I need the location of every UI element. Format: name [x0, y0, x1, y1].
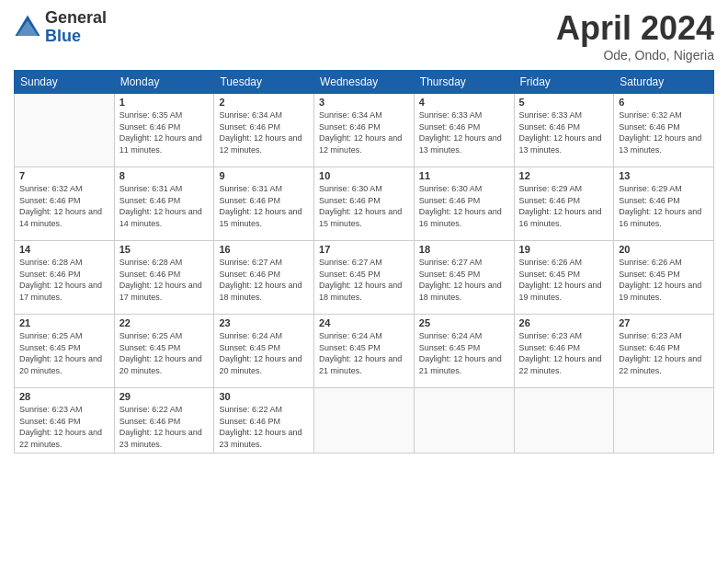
day-info: Sunrise: 6:32 AM Sunset: 6:46 PM Dayligh… [19, 183, 109, 229]
day-number: 18 [419, 244, 509, 255]
day-info: Sunrise: 6:26 AM Sunset: 6:45 PM Dayligh… [519, 257, 609, 303]
day-info: Sunrise: 6:23 AM Sunset: 6:46 PM Dayligh… [619, 330, 709, 376]
day-number: 17 [319, 244, 409, 255]
day-number: 4 [419, 97, 509, 108]
day-number: 9 [219, 170, 309, 181]
day-number: 8 [119, 170, 210, 181]
day-info: Sunrise: 6:32 AM Sunset: 6:46 PM Dayligh… [619, 109, 709, 155]
day-info: Sunrise: 6:27 AM Sunset: 6:45 PM Dayligh… [319, 257, 409, 303]
day-info: Sunrise: 6:26 AM Sunset: 6:45 PM Dayligh… [619, 257, 709, 303]
logo-icon [14, 14, 41, 41]
month-title: April 2024 [556, 9, 714, 48]
table-row: 19 Sunrise: 6:26 AM Sunset: 6:45 PM Dayl… [514, 241, 614, 315]
table-row: 4 Sunrise: 6:33 AM Sunset: 6:46 PM Dayli… [414, 94, 514, 167]
day-number: 13 [619, 170, 709, 181]
table-row: 12 Sunrise: 6:29 AM Sunset: 6:46 PM Dayl… [514, 167, 614, 241]
col-thursday: Thursday [414, 71, 514, 94]
day-number: 2 [219, 97, 309, 108]
day-number: 11 [419, 170, 509, 181]
day-number: 7 [19, 170, 109, 181]
table-row [15, 94, 115, 167]
day-number: 23 [219, 317, 309, 328]
day-number: 21 [19, 317, 109, 328]
table-row: 27 Sunrise: 6:23 AM Sunset: 6:46 PM Dayl… [614, 315, 714, 388]
calendar: Sunday Monday Tuesday Wednesday Thursday… [14, 70, 714, 454]
day-number: 5 [519, 97, 609, 108]
logo-text: General Blue [45, 9, 107, 46]
day-info: Sunrise: 6:31 AM Sunset: 6:46 PM Dayligh… [219, 183, 309, 229]
table-row: 16 Sunrise: 6:27 AM Sunset: 6:46 PM Dayl… [214, 241, 314, 315]
table-row: 20 Sunrise: 6:26 AM Sunset: 6:45 PM Dayl… [614, 241, 714, 315]
table-row: 25 Sunrise: 6:24 AM Sunset: 6:45 PM Dayl… [414, 315, 514, 388]
day-info: Sunrise: 6:30 AM Sunset: 6:46 PM Dayligh… [419, 183, 509, 229]
page: General Blue April 2024 Ode, Ondo, Niger… [0, 0, 728, 563]
table-row: 13 Sunrise: 6:29 AM Sunset: 6:46 PM Dayl… [614, 167, 714, 241]
table-row: 23 Sunrise: 6:24 AM Sunset: 6:45 PM Dayl… [214, 315, 314, 388]
day-info: Sunrise: 6:30 AM Sunset: 6:46 PM Dayligh… [319, 183, 409, 229]
day-info: Sunrise: 6:27 AM Sunset: 6:46 PM Dayligh… [219, 257, 309, 303]
day-number: 12 [519, 170, 609, 181]
day-number: 19 [519, 244, 609, 255]
col-monday: Monday [114, 71, 214, 94]
day-info: Sunrise: 6:24 AM Sunset: 6:45 PM Dayligh… [419, 330, 509, 376]
day-info: Sunrise: 6:22 AM Sunset: 6:46 PM Dayligh… [119, 404, 210, 450]
day-number: 25 [419, 317, 509, 328]
title-block: April 2024 Ode, Ondo, Nigeria [556, 9, 714, 63]
table-row: 9 Sunrise: 6:31 AM Sunset: 6:46 PM Dayli… [214, 167, 314, 241]
day-info: Sunrise: 6:29 AM Sunset: 6:46 PM Dayligh… [619, 183, 709, 229]
day-number: 14 [19, 244, 109, 255]
table-row [414, 388, 514, 454]
day-info: Sunrise: 6:25 AM Sunset: 6:45 PM Dayligh… [19, 330, 109, 376]
day-info: Sunrise: 6:33 AM Sunset: 6:46 PM Dayligh… [419, 109, 509, 155]
day-number: 29 [119, 391, 210, 402]
day-info: Sunrise: 6:34 AM Sunset: 6:46 PM Dayligh… [319, 109, 409, 155]
table-row: 28 Sunrise: 6:23 AM Sunset: 6:46 PM Dayl… [15, 388, 115, 454]
day-info: Sunrise: 6:28 AM Sunset: 6:46 PM Dayligh… [19, 257, 109, 303]
day-info: Sunrise: 6:24 AM Sunset: 6:45 PM Dayligh… [319, 330, 409, 376]
table-row: 21 Sunrise: 6:25 AM Sunset: 6:45 PM Dayl… [15, 315, 115, 388]
day-number: 24 [319, 317, 409, 328]
day-number: 28 [19, 391, 109, 402]
table-row: 10 Sunrise: 6:30 AM Sunset: 6:46 PM Dayl… [314, 167, 415, 241]
table-row: 7 Sunrise: 6:32 AM Sunset: 6:46 PM Dayli… [15, 167, 115, 241]
day-info: Sunrise: 6:28 AM Sunset: 6:46 PM Dayligh… [119, 257, 210, 303]
table-row [314, 388, 415, 454]
day-number: 20 [619, 244, 709, 255]
table-row: 29 Sunrise: 6:22 AM Sunset: 6:46 PM Dayl… [114, 388, 214, 454]
day-number: 6 [619, 97, 709, 108]
table-row [514, 388, 614, 454]
location: Ode, Ondo, Nigeria [556, 48, 714, 63]
table-row: 30 Sunrise: 6:22 AM Sunset: 6:46 PM Dayl… [214, 388, 314, 454]
day-info: Sunrise: 6:24 AM Sunset: 6:45 PM Dayligh… [219, 330, 309, 376]
table-row: 24 Sunrise: 6:24 AM Sunset: 6:45 PM Dayl… [314, 315, 415, 388]
day-info: Sunrise: 6:25 AM Sunset: 6:45 PM Dayligh… [119, 330, 210, 376]
day-number: 30 [219, 391, 309, 402]
col-friday: Friday [514, 71, 614, 94]
day-number: 3 [319, 97, 409, 108]
day-info: Sunrise: 6:27 AM Sunset: 6:45 PM Dayligh… [419, 257, 509, 303]
table-row: 1 Sunrise: 6:35 AM Sunset: 6:46 PM Dayli… [114, 94, 214, 167]
logo-blue: Blue [45, 28, 107, 46]
day-number: 16 [219, 244, 309, 255]
day-number: 1 [119, 97, 210, 108]
day-number: 26 [519, 317, 609, 328]
day-info: Sunrise: 6:23 AM Sunset: 6:46 PM Dayligh… [19, 404, 109, 450]
day-info: Sunrise: 6:34 AM Sunset: 6:46 PM Dayligh… [219, 109, 309, 155]
table-row: 22 Sunrise: 6:25 AM Sunset: 6:45 PM Dayl… [114, 315, 214, 388]
table-row: 3 Sunrise: 6:34 AM Sunset: 6:46 PM Dayli… [314, 94, 415, 167]
logo-general: General [45, 9, 107, 28]
day-number: 27 [619, 317, 709, 328]
table-row: 5 Sunrise: 6:33 AM Sunset: 6:46 PM Dayli… [514, 94, 614, 167]
day-info: Sunrise: 6:23 AM Sunset: 6:46 PM Dayligh… [519, 330, 609, 376]
col-saturday: Saturday [614, 71, 714, 94]
table-row [614, 388, 714, 454]
col-wednesday: Wednesday [314, 71, 415, 94]
table-row: 8 Sunrise: 6:31 AM Sunset: 6:46 PM Dayli… [114, 167, 214, 241]
col-sunday: Sunday [15, 71, 115, 94]
day-info: Sunrise: 6:33 AM Sunset: 6:46 PM Dayligh… [519, 109, 609, 155]
day-info: Sunrise: 6:22 AM Sunset: 6:46 PM Dayligh… [219, 404, 309, 450]
day-info: Sunrise: 6:35 AM Sunset: 6:46 PM Dayligh… [119, 109, 210, 155]
table-row: 14 Sunrise: 6:28 AM Sunset: 6:46 PM Dayl… [15, 241, 115, 315]
table-row: 17 Sunrise: 6:27 AM Sunset: 6:45 PM Dayl… [314, 241, 415, 315]
table-row: 15 Sunrise: 6:28 AM Sunset: 6:46 PM Dayl… [114, 241, 214, 315]
